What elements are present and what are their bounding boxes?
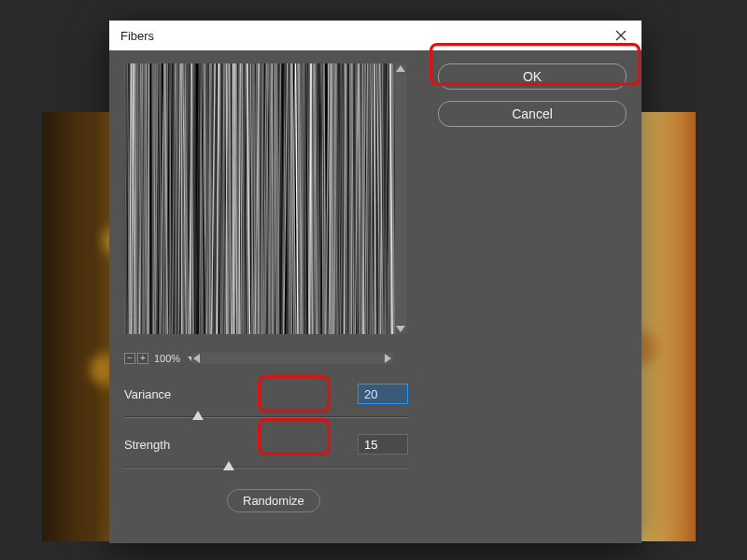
dialog-buttons: OK Cancel [438,63,627,138]
fibers-dialog: Fibers − + 100% [109,21,641,543]
titlebar: Fibers [109,21,641,50]
preview-area: − + 100% [124,63,406,364]
preview-canvas[interactable] [124,63,395,334]
svg-line-500 [170,63,171,334]
svg-line-615 [141,63,142,334]
zoom-out-button[interactable]: − [124,353,135,364]
cancel-button[interactable]: Cancel [438,101,627,127]
svg-line-679 [138,63,139,334]
scroll-right-icon[interactable] [385,354,391,363]
scroll-down-icon[interactable] [396,326,405,332]
svg-line-667 [192,63,193,334]
svg-line-556 [179,63,180,334]
svg-line-567 [309,63,310,334]
strength-field[interactable]: 15 [358,434,408,455]
preview-horizontal-scrollbar[interactable] [191,353,393,364]
svg-line-670 [137,63,138,334]
close-icon[interactable] [610,24,632,47]
preview-vertical-scrollbar[interactable] [395,63,406,334]
svg-line-436 [233,63,233,334]
dialog-title: Fibers [120,29,154,43]
scroll-up-icon[interactable] [396,65,405,72]
parameter-controls: Variance 20 Strength 15 Randomize [124,383,408,512]
svg-line-359 [148,63,149,334]
randomize-button[interactable]: Randomize [227,489,320,512]
variance-field[interactable]: 20 [358,384,408,404]
ok-button[interactable]: OK [438,63,627,90]
variance-slider[interactable] [124,409,408,424]
strength-label: Strength [124,438,236,452]
zoom-in-button[interactable]: + [137,353,148,364]
svg-line-323 [379,63,380,334]
scroll-left-icon[interactable] [193,354,200,363]
strength-slider[interactable] [124,459,408,474]
svg-line-648 [234,63,235,334]
variance-slider-thumb[interactable] [192,411,204,420]
zoom-level: 100% [150,353,184,364]
variance-label: Variance [124,387,236,401]
zoom-controls: − + 100% [124,353,195,364]
strength-slider-thumb[interactable] [223,461,234,470]
